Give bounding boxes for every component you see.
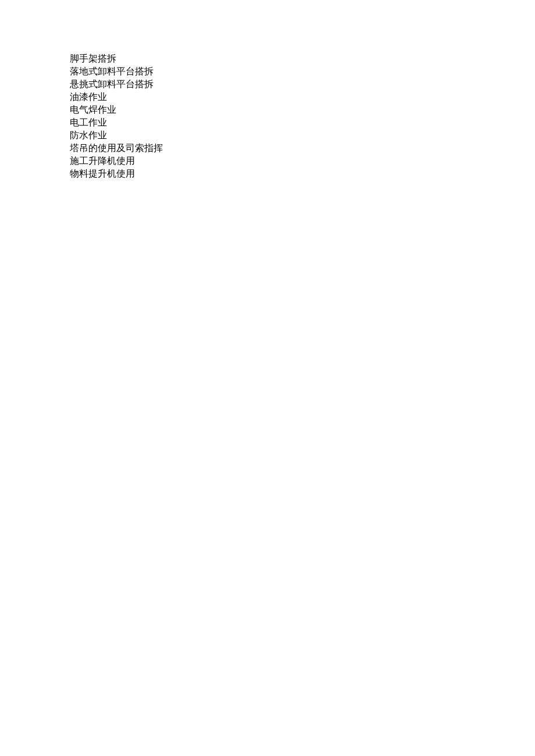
document-content: 脚手架搭拆 落地式卸料平台搭拆 悬挑式卸料平台搭拆 油漆作业 电气焊作业 电工作… — [70, 52, 535, 180]
list-item: 电气焊作业 — [70, 103, 535, 116]
list-item: 塔吊的使用及司索指挥 — [70, 142, 535, 155]
list-item: 施工升降机使用 — [70, 155, 535, 167]
list-item: 物料提升机使用 — [70, 167, 535, 180]
list-item: 电工作业 — [70, 116, 535, 129]
list-item: 落地式卸料平台搭拆 — [70, 65, 535, 78]
list-item: 油漆作业 — [70, 91, 535, 103]
list-item: 悬挑式卸料平台搭拆 — [70, 78, 535, 91]
list-item: 防水作业 — [70, 129, 535, 142]
list-item: 脚手架搭拆 — [70, 52, 535, 65]
